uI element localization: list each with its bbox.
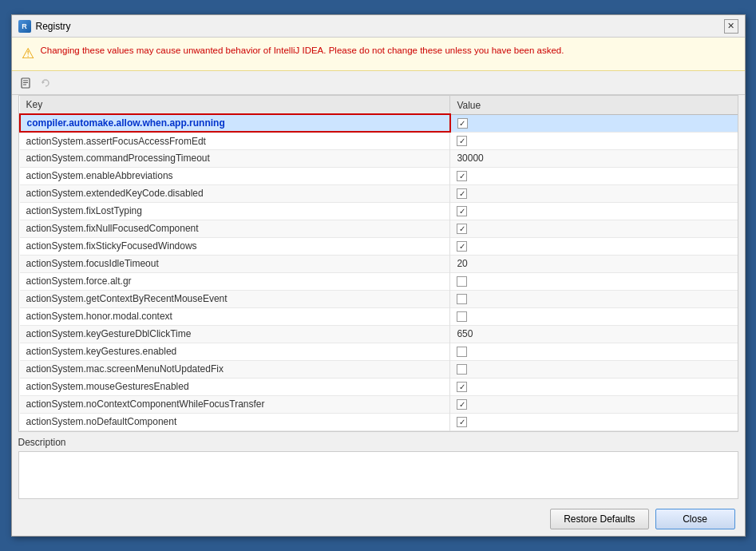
registry-value[interactable]: [450, 114, 738, 132]
registry-table: Key Value compiler.automake.allow.when.a…: [19, 96, 738, 431]
registry-checkbox[interactable]: [457, 118, 468, 129]
dialog-title: Registry: [36, 21, 71, 32]
description-box: [18, 451, 738, 499]
table-row[interactable]: actionSystem.noDefaultComponent: [20, 413, 738, 430]
registry-key: compiler.automake.allow.when.app.running: [20, 114, 450, 132]
registry-checkbox[interactable]: [457, 311, 467, 322]
registry-checkbox[interactable]: [457, 382, 467, 392]
registry-checkbox[interactable]: [457, 364, 467, 375]
warning-icon: ⚠: [22, 44, 34, 64]
col-header-key: Key: [20, 96, 450, 114]
reset-icon: [39, 77, 52, 89]
registry-value[interactable]: [450, 167, 738, 184]
close-button[interactable]: Close: [655, 509, 735, 529]
registry-key: actionSystem.fixStickyFocusedWindows: [20, 237, 450, 255]
registry-value[interactable]: [450, 343, 738, 360]
table-row[interactable]: actionSystem.fixNullFocusedComponent: [20, 220, 738, 237]
registry-key: actionSystem.force.alt.gr: [20, 272, 450, 290]
registry-key: actionSystem.enableAbbreviations: [20, 167, 450, 184]
registry-checkbox[interactable]: [457, 136, 467, 146]
registry-checkbox[interactable]: [457, 276, 467, 287]
table-row[interactable]: actionSystem.force.alt.gr: [20, 272, 738, 290]
registry-key: actionSystem.mouseGesturesEnabled: [20, 378, 450, 395]
title-bar-left: R Registry: [18, 20, 71, 33]
registry-checkbox[interactable]: [457, 206, 467, 216]
button-bar: Restore Defaults Close: [12, 502, 745, 536]
toolbar: [12, 71, 745, 95]
registry-value[interactable]: 20: [450, 255, 738, 272]
registry-value[interactable]: [450, 132, 738, 149]
table-row[interactable]: actionSystem.honor.modal.context: [20, 307, 738, 325]
registry-checkbox[interactable]: [457, 399, 467, 410]
registry-key: actionSystem.keyGestures.enabled: [20, 343, 450, 360]
registry-key: actionSystem.noContextComponentWhileFocu…: [20, 395, 450, 413]
registry-checkbox[interactable]: [457, 347, 467, 357]
registry-value[interactable]: [450, 413, 738, 430]
table-row[interactable]: actionSystem.enableAbbreviations: [20, 167, 738, 184]
table-row[interactable]: actionSystem.fixStickyFocusedWindows: [20, 237, 738, 255]
registry-value[interactable]: [450, 237, 738, 255]
registry-checkbox[interactable]: [457, 171, 467, 181]
registry-key: actionSystem.commandProcessingTimeout: [20, 149, 450, 167]
registry-key: actionSystem.fixNullFocusedComponent: [20, 220, 450, 237]
registry-checkbox[interactable]: [457, 241, 467, 252]
description-label: Description: [18, 437, 738, 448]
registry-value[interactable]: [450, 360, 738, 378]
table-row[interactable]: actionSystem.assertFocusAccessFromEdt: [20, 132, 738, 149]
table-row[interactable]: actionSystem.mac.screenMenuNotUpdatedFix: [20, 360, 738, 378]
table-row[interactable]: actionSystem.getContextByRecentMouseEven…: [20, 290, 738, 307]
table-row[interactable]: actionSystem.keyGestureDblClickTime650: [20, 325, 738, 343]
registry-value[interactable]: [450, 272, 738, 290]
edit-button[interactable]: [18, 75, 34, 91]
table-row[interactable]: compiler.automake.allow.when.app.running: [20, 114, 738, 132]
table-row[interactable]: actionSystem.mouseGesturesEnabled: [20, 378, 738, 395]
table-row[interactable]: actionSystem.fixLostTyping: [20, 202, 738, 220]
registry-checkbox[interactable]: [457, 294, 467, 304]
registry-key: actionSystem.noDefaultComponent: [20, 413, 450, 430]
warning-text: Changing these values may cause unwanted…: [41, 44, 564, 57]
table-row[interactable]: actionSystem.focusIdleTimeout20: [20, 255, 738, 272]
registry-key: actionSystem.extendedKeyCode.disabled: [20, 184, 450, 202]
registry-checkbox[interactable]: [457, 417, 467, 427]
registry-checkbox[interactable]: [457, 224, 467, 234]
registry-key: actionSystem.getContextByRecentMouseEven…: [20, 290, 450, 307]
restore-defaults-button[interactable]: Restore Defaults: [550, 509, 648, 529]
registry-value[interactable]: [450, 307, 738, 325]
warning-bar: ⚠ Changing these values may cause unwant…: [12, 38, 745, 71]
registry-value[interactable]: [450, 395, 738, 413]
registry-key: actionSystem.honor.modal.context: [20, 307, 450, 325]
registry-key: actionSystem.fixLostTyping: [20, 202, 450, 220]
table-row[interactable]: actionSystem.keyGestures.enabled: [20, 343, 738, 360]
table-row[interactable]: actionSystem.noContextComponentWhileFocu…: [20, 395, 738, 413]
registry-value[interactable]: [450, 290, 738, 307]
registry-table-container[interactable]: Key Value compiler.automake.allow.when.a…: [18, 95, 738, 432]
description-section: Description: [12, 432, 745, 502]
registry-key: actionSystem.assertFocusAccessFromEdt: [20, 132, 450, 149]
registry-value[interactable]: [450, 220, 738, 237]
registry-key: actionSystem.mac.screenMenuNotUpdatedFix: [20, 360, 450, 378]
registry-value[interactable]: [450, 378, 738, 395]
registry-value[interactable]: [450, 184, 738, 202]
col-header-value: Value: [450, 96, 738, 114]
edit-icon: [20, 77, 33, 89]
title-bar: R Registry ✕: [12, 15, 745, 38]
registry-value[interactable]: [450, 202, 738, 220]
registry-checkbox[interactable]: [457, 188, 467, 199]
app-icon: R: [18, 20, 31, 33]
table-row[interactable]: actionSystem.extendedKeyCode.disabled: [20, 184, 738, 202]
close-title-button[interactable]: ✕: [724, 19, 738, 34]
table-row[interactable]: actionSystem.commandProcessingTimeout300…: [20, 149, 738, 167]
registry-key: actionSystem.keyGestureDblClickTime: [20, 325, 450, 343]
registry-key: actionSystem.focusIdleTimeout: [20, 255, 450, 272]
registry-value[interactable]: 30000: [450, 149, 738, 167]
reset-button[interactable]: [38, 75, 53, 91]
registry-dialog: R Registry ✕ ⚠ Changing these values may…: [11, 14, 746, 537]
registry-value[interactable]: 650: [450, 325, 738, 343]
